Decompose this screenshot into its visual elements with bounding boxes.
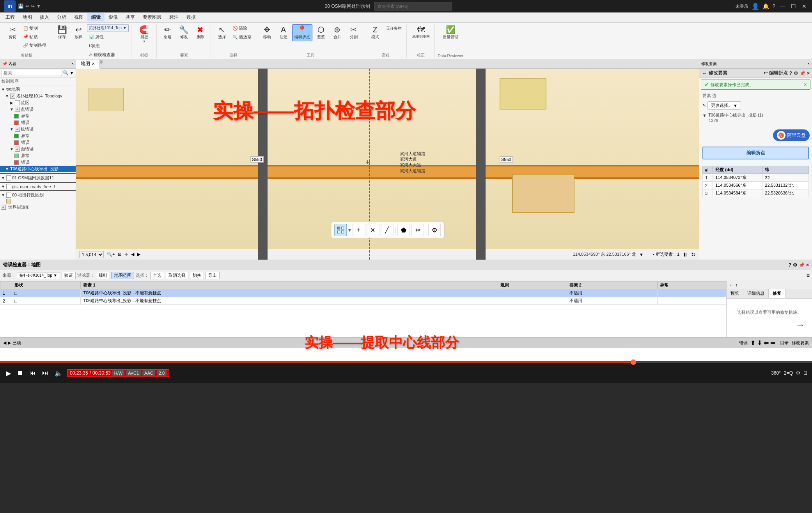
next-button[interactable]: ⏭ bbox=[41, 369, 50, 377]
switch-btn[interactable]: 切换 bbox=[190, 272, 204, 279]
menu-map[interactable]: 地图 bbox=[19, 13, 36, 21]
clear-button[interactable]: 🚫 清除 bbox=[230, 24, 254, 32]
layer-point-anomaly[interactable]: 异常 bbox=[0, 113, 76, 119]
scale-selector[interactable]: 1:5,014 bbox=[79, 251, 104, 258]
line-errors-checkbox[interactable]: ✓ bbox=[15, 127, 20, 132]
reshape-tool[interactable]: ⬟ bbox=[397, 224, 410, 236]
tab-fix[interactable]: 修复 bbox=[769, 289, 785, 298]
ei-close-btn[interactable]: × bbox=[806, 262, 809, 268]
menu-label[interactable]: 标注 bbox=[165, 13, 183, 21]
close-button[interactable]: ✕ bbox=[800, 2, 808, 10]
crosshair-icon[interactable]: ✛ bbox=[124, 252, 128, 257]
right-panel-settings-icon[interactable]: ⚙ bbox=[794, 71, 798, 76]
toggle-point-errors[interactable]: ▼ bbox=[9, 107, 14, 111]
pin-icon[interactable]: 📌 bbox=[2, 62, 7, 66]
snap-button[interactable]: 🧲 捕捉 ▼ bbox=[135, 24, 154, 45]
vertex-edit-tool[interactable] bbox=[334, 224, 347, 236]
minimize-button[interactable]: — bbox=[778, 2, 786, 10]
topology-dropdown[interactable]: 拓扑处理1014_Top ▼ bbox=[87, 24, 129, 32]
zoom-to-button[interactable]: 🔍 缩放至 bbox=[230, 33, 254, 41]
layer-line-error[interactable]: 错误 bbox=[0, 139, 76, 146]
layer-world-streets[interactable]: ✓ 世界街道图 bbox=[0, 204, 76, 211]
prev-page-btn[interactable]: ◀ bbox=[3, 340, 6, 345]
menu-analysis[interactable]: 分析 bbox=[53, 13, 70, 21]
layer-line-errors[interactable]: ▼ ✓ 线错误 bbox=[0, 126, 76, 133]
stop-button[interactable]: ⏹ bbox=[16, 369, 25, 377]
annotate-button[interactable]: A 注记 bbox=[276, 24, 291, 41]
video-progress-handle[interactable] bbox=[631, 359, 636, 365]
back-icon[interactable]: ← bbox=[702, 70, 707, 76]
ei-menu-btn[interactable]: ≡ bbox=[807, 272, 810, 279]
contents-close-btn[interactable]: × bbox=[71, 62, 74, 66]
map-to-grid-button[interactable]: 🗺 地图到坐网 bbox=[410, 24, 432, 41]
error-row-2[interactable]: 2 □ T06道路中心线导出_投影...不能有悬挂点 不适用 bbox=[0, 297, 726, 305]
add-vertex-tool[interactable]: + bbox=[353, 224, 365, 236]
fix-navigate-btn-4[interactable]: ➡ bbox=[770, 339, 775, 347]
point-errors-checkbox[interactable]: ✓ bbox=[15, 107, 20, 112]
export-btn[interactable]: 导出 bbox=[206, 272, 220, 279]
layer-point-error[interactable]: 错误 bbox=[0, 119, 76, 126]
split-button[interactable]: ✂ 分割 bbox=[346, 24, 362, 41]
save-button[interactable]: 💾 保存 bbox=[54, 24, 70, 41]
refresh-button[interactable]: ↻ bbox=[691, 251, 696, 258]
right-panel-back-nav[interactable]: ↩ 编辑折点 bbox=[764, 70, 787, 76]
region-checkbox[interactable] bbox=[15, 100, 20, 105]
gis-osm-checkbox[interactable] bbox=[6, 184, 11, 189]
tab-preview[interactable]: 预览 bbox=[727, 289, 743, 298]
fix-navigate-btn-2[interactable]: ⬇ bbox=[757, 339, 762, 347]
toggle-t06[interactable]: ▼ bbox=[5, 167, 9, 171]
deselect-btn[interactable]: 取消选择 bbox=[166, 272, 188, 279]
delete-button[interactable]: ✖ 删除 bbox=[193, 24, 208, 41]
menu-feature-layer[interactable]: 要素图层 bbox=[139, 13, 165, 21]
right-panel-help-icon[interactable]: ? bbox=[789, 71, 792, 76]
topology-toggle[interactable]: ▼ bbox=[702, 113, 707, 118]
ei-settings-icon[interactable]: ⚙ bbox=[793, 262, 797, 268]
volume-button[interactable]: 🔈 bbox=[53, 369, 64, 378]
next-extent-icon[interactable]: ▶ bbox=[137, 252, 140, 257]
futian-checkbox[interactable] bbox=[6, 193, 11, 198]
layer-point-errors[interactable]: ▼ ✓ 点错误 bbox=[0, 106, 76, 113]
paste-button[interactable]: 📌 粘贴 bbox=[21, 33, 48, 41]
video-progress-bar[interactable] bbox=[0, 361, 812, 363]
map-tab-active[interactable]: 地图 ✕ bbox=[76, 60, 100, 69]
osm-checkbox[interactable] bbox=[6, 175, 11, 180]
menu-imagery[interactable]: 影像 bbox=[105, 13, 122, 21]
topology-checkbox[interactable]: ✓ bbox=[10, 94, 15, 99]
layer-futian[interactable]: ▼ 00 福田行政区划 bbox=[0, 192, 76, 198]
video-fullscreen-btn[interactable]: ⊡ bbox=[803, 370, 807, 376]
next-page-btn[interactable]: ▶ bbox=[8, 340, 11, 345]
merge-button[interactable]: ⊕ 合并 bbox=[330, 24, 345, 41]
menu-view[interactable]: 视图 bbox=[70, 13, 87, 21]
prev-extent-icon[interactable]: ◀ bbox=[131, 252, 134, 257]
copy-path-button[interactable]: 🔗 复制路径 bbox=[21, 41, 48, 50]
help-icon[interactable]: ? bbox=[772, 3, 775, 9]
mode-button[interactable]: Z 模式 bbox=[367, 24, 383, 41]
task-bar-button[interactable]: 无任务栏 bbox=[384, 24, 404, 33]
layer-t06[interactable]: ▼ T06道路中心线导出_投影 bbox=[0, 166, 76, 172]
filter-icon[interactable]: ▼ bbox=[69, 70, 74, 76]
prev-button[interactable]: ⏮ bbox=[28, 369, 37, 377]
toggle-futian[interactable]: ▼ bbox=[1, 193, 5, 197]
fix-navigate-btn[interactable]: ⬆ bbox=[750, 339, 755, 347]
success-close-btn[interactable]: × bbox=[804, 81, 807, 88]
layer-region[interactable]: ▶ 范区 bbox=[0, 99, 76, 106]
cut-button[interactable]: ✂ 剪切 bbox=[5, 24, 20, 41]
layer-polygon-anomaly[interactable]: 异常 bbox=[0, 152, 76, 159]
toggle-topology[interactable]: ▼ bbox=[5, 94, 9, 98]
fp-right-arrow[interactable]: ↑ bbox=[735, 282, 738, 288]
quality-mgmt-button[interactable]: ✅ 质量管理 bbox=[440, 24, 461, 41]
status-button[interactable]: ℹ 状态 bbox=[87, 42, 129, 50]
fix-navigate-btn-3[interactable]: ⬅ bbox=[764, 339, 769, 347]
right-panel-pin-icon[interactable]: 📌 bbox=[800, 71, 805, 76]
cut-tool[interactable]: ✂ bbox=[411, 224, 424, 236]
layer-polygon-error[interactable]: 错误 bbox=[0, 159, 76, 166]
tab-details[interactable]: 详细信息 bbox=[743, 289, 769, 298]
pause-button[interactable]: ⏸ bbox=[683, 251, 688, 258]
error-checker-button[interactable]: ⚠ 错误检查器 bbox=[87, 51, 129, 59]
map-cursor-point[interactable] bbox=[366, 160, 370, 164]
tool-settings[interactable]: ⚙ bbox=[428, 224, 441, 236]
zoom-in-icon[interactable]: 🔍+ bbox=[107, 252, 115, 257]
quick-save-icon[interactable]: 💾 bbox=[18, 4, 24, 9]
coord-dropdown[interactable]: ▼ bbox=[639, 252, 644, 257]
filter-rules-btn[interactable]: 规则 bbox=[96, 272, 110, 279]
